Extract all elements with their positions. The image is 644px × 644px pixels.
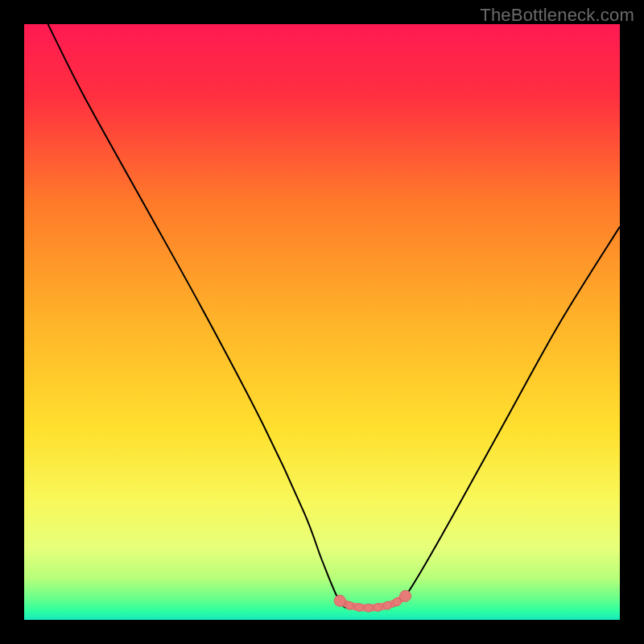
plot-area [24,24,620,620]
curve-layer [24,24,620,620]
optimal-range-dot [345,601,353,609]
watermark-text: TheBottleneck.com [480,5,634,26]
optimal-range-dot [383,601,391,609]
optimal-range-endpoint [334,595,345,606]
optimal-range-dot [355,603,363,611]
bottleneck-curve [48,24,620,609]
optimal-range-dot [374,603,382,611]
optimal-range-endpoint [400,590,411,601]
optimal-range-dot [365,604,373,612]
chart-frame: TheBottleneck.com [0,0,644,644]
optimal-range-dot [393,598,401,606]
